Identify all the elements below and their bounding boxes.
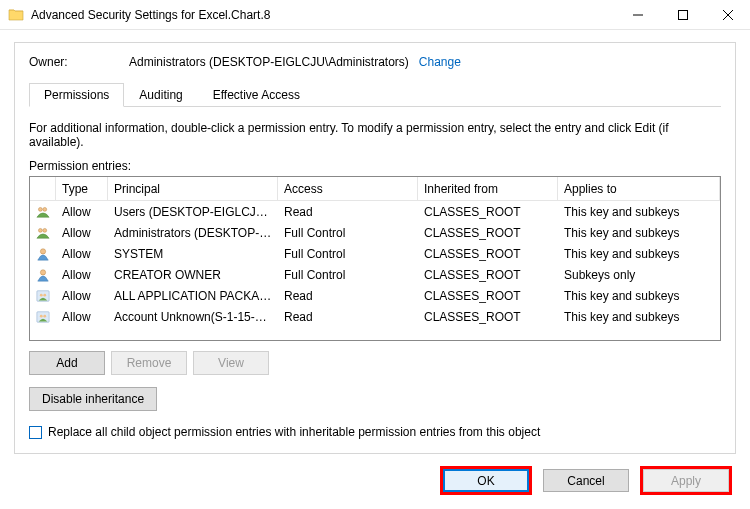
- table-row[interactable]: AllowAccount Unknown(S-1-15-3-...ReadCLA…: [30, 306, 720, 327]
- svg-point-1: [38, 207, 42, 211]
- change-owner-link[interactable]: Change: [419, 55, 461, 69]
- cell-principal: Account Unknown(S-1-15-3-...: [108, 310, 278, 324]
- cell-principal: Users (DESKTOP-EIGLCJU\Use...: [108, 205, 278, 219]
- replace-children-checkbox[interactable]: [29, 426, 42, 439]
- view-button: View: [193, 351, 269, 375]
- cell-inherited: CLASSES_ROOT: [418, 226, 558, 240]
- principal-icon: [30, 310, 56, 324]
- cell-inherited: CLASSES_ROOT: [418, 268, 558, 282]
- permission-table[interactable]: Type Principal Access Inherited from App…: [29, 176, 721, 341]
- col-access[interactable]: Access: [278, 177, 418, 200]
- cell-access: Full Control: [278, 226, 418, 240]
- info-text: For additional information, double-click…: [29, 121, 721, 149]
- replace-children-label: Replace all child object permission entr…: [48, 425, 540, 439]
- ok-highlight: OK: [440, 466, 532, 495]
- svg-point-2: [43, 207, 47, 211]
- cell-type: Allow: [56, 226, 108, 240]
- cell-principal: Administrators (DESKTOP-EIG...: [108, 226, 278, 240]
- cell-principal: CREATOR OWNER: [108, 268, 278, 282]
- cell-type: Allow: [56, 310, 108, 324]
- owner-label: Owner:: [29, 55, 129, 69]
- cell-applies: This key and subkeys: [558, 247, 720, 261]
- cell-access: Full Control: [278, 268, 418, 282]
- col-type[interactable]: Type: [56, 177, 108, 200]
- cell-applies: This key and subkeys: [558, 226, 720, 240]
- table-row[interactable]: AllowAdministrators (DESKTOP-EIG...Full …: [30, 222, 720, 243]
- principal-icon: [30, 289, 56, 303]
- table-row[interactable]: AllowUsers (DESKTOP-EIGLCJU\Use...ReadCL…: [30, 201, 720, 222]
- svg-point-8: [40, 293, 43, 296]
- apply-button: Apply: [643, 469, 729, 492]
- cell-inherited: CLASSES_ROOT: [418, 247, 558, 261]
- principal-icon: [30, 226, 56, 240]
- cell-access: Full Control: [278, 247, 418, 261]
- principal-icon: [30, 268, 56, 282]
- close-button[interactable]: [705, 0, 750, 30]
- maximize-button[interactable]: [660, 0, 705, 30]
- col-principal[interactable]: Principal: [108, 177, 278, 200]
- cell-applies: This key and subkeys: [558, 289, 720, 303]
- svg-point-9: [43, 293, 46, 296]
- main-panel: Owner: Administrators (DESKTOP-EIGLCJU\A…: [14, 42, 736, 454]
- svg-point-12: [43, 314, 46, 317]
- cell-principal: SYSTEM: [108, 247, 278, 261]
- titlebar: Advanced Security Settings for Excel.Cha…: [0, 0, 750, 30]
- remove-button: Remove: [111, 351, 187, 375]
- cell-applies: This key and subkeys: [558, 310, 720, 324]
- table-header: Type Principal Access Inherited from App…: [30, 177, 720, 201]
- principal-icon: [30, 247, 56, 261]
- principal-icon: [30, 205, 56, 219]
- cell-type: Allow: [56, 268, 108, 282]
- svg-point-3: [38, 228, 42, 232]
- cell-type: Allow: [56, 205, 108, 219]
- cell-inherited: CLASSES_ROOT: [418, 310, 558, 324]
- tab-auditing[interactable]: Auditing: [124, 83, 197, 107]
- owner-value: Administrators (DESKTOP-EIGLCJU\Administ…: [129, 55, 409, 69]
- tab-effective-access[interactable]: Effective Access: [198, 83, 315, 107]
- cell-access: Read: [278, 205, 418, 219]
- cell-applies: This key and subkeys: [558, 205, 720, 219]
- cell-applies: Subkeys only: [558, 268, 720, 282]
- cell-principal: ALL APPLICATION PACKAGES: [108, 289, 278, 303]
- ok-button[interactable]: OK: [443, 469, 529, 492]
- cancel-button[interactable]: Cancel: [543, 469, 629, 492]
- cell-inherited: CLASSES_ROOT: [418, 289, 558, 303]
- entries-label: Permission entries:: [29, 159, 721, 173]
- svg-point-6: [40, 269, 45, 274]
- apply-highlight: Apply: [640, 466, 732, 495]
- minimize-button[interactable]: [615, 0, 660, 30]
- svg-rect-0: [678, 10, 687, 19]
- cell-type: Allow: [56, 289, 108, 303]
- table-row[interactable]: AllowCREATOR OWNERFull ControlCLASSES_RO…: [30, 264, 720, 285]
- window-title: Advanced Security Settings for Excel.Cha…: [31, 8, 615, 22]
- table-row[interactable]: AllowALL APPLICATION PACKAGESReadCLASSES…: [30, 285, 720, 306]
- cell-access: Read: [278, 289, 418, 303]
- disable-inheritance-button[interactable]: Disable inheritance: [29, 387, 157, 411]
- svg-point-4: [43, 228, 47, 232]
- svg-point-11: [40, 314, 43, 317]
- table-row[interactable]: AllowSYSTEMFull ControlCLASSES_ROOTThis …: [30, 243, 720, 264]
- folder-icon: [8, 7, 24, 23]
- col-applies[interactable]: Applies to: [558, 177, 720, 200]
- tabs: Permissions Auditing Effective Access: [29, 83, 721, 107]
- svg-point-5: [40, 248, 45, 253]
- tab-permissions[interactable]: Permissions: [29, 83, 124, 107]
- cell-type: Allow: [56, 247, 108, 261]
- add-button[interactable]: Add: [29, 351, 105, 375]
- col-inherited[interactable]: Inherited from: [418, 177, 558, 200]
- cell-inherited: CLASSES_ROOT: [418, 205, 558, 219]
- cell-access: Read: [278, 310, 418, 324]
